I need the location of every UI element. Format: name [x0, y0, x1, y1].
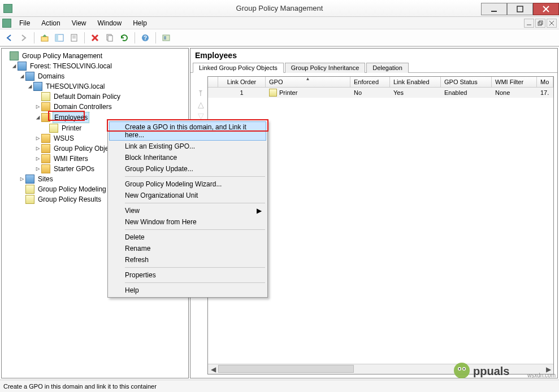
svg-point-26: [459, 368, 461, 370]
mdi-close-button[interactable]: [547, 19, 557, 28]
title-bar: Group Policy Management: [0, 0, 559, 17]
col-wmi[interactable]: WMI Filter: [492, 77, 537, 87]
svg-rect-11: [55, 34, 58, 41]
tree-printer-label: Printer: [60, 123, 83, 133]
window-title: Group Policy Management: [0, 4, 559, 12]
svg-rect-22: [164, 36, 166, 40]
col-enforced[interactable]: Enforced: [350, 77, 390, 87]
ctx-delete[interactable]: Delete: [109, 232, 266, 243]
tree-modeling-label: Group Policy Modeling: [37, 184, 107, 194]
move-up-button[interactable]: △: [195, 99, 206, 110]
menu-window[interactable]: Window: [92, 18, 128, 28]
tree-default-policy[interactable]: Default Domain Policy: [3, 92, 187, 102]
gpo-link-icon: [269, 89, 277, 97]
submenu-arrow-icon: ▶: [257, 207, 262, 215]
tree-starter-label: Starter GPOs: [53, 164, 96, 174]
tree-default-policy-label: Default Domain Policy: [53, 92, 122, 102]
cell-gpo-status: Enabled: [441, 88, 492, 98]
tab-linked-gpo[interactable]: Linked Group Policy Objects: [193, 63, 284, 73]
col-gpo[interactable]: GPO▲: [266, 77, 350, 87]
status-text: Create a GPO in this domain and link it …: [3, 383, 157, 390]
mdi-minimize-button[interactable]: [524, 19, 534, 28]
tab-delegation[interactable]: Delegation: [366, 63, 409, 73]
menu-action[interactable]: Action: [36, 18, 66, 28]
svg-rect-6: [539, 21, 543, 24]
svg-text:ppuals: ppuals: [473, 365, 509, 377]
ctx-block-inheritance[interactable]: Block Inheritance: [109, 152, 266, 163]
scroll-left-button[interactable]: ◀: [208, 364, 218, 374]
svg-rect-5: [538, 22, 541, 25]
tree-domain[interactable]: ◢THESOLVING.local: [3, 81, 187, 92]
tree-results-label: Group Policy Results: [37, 194, 102, 204]
ctx-view-label: View: [125, 207, 140, 215]
ctx-refresh[interactable]: Refresh: [109, 254, 266, 265]
col-link-order[interactable]: Link Order: [218, 77, 266, 87]
tree-forest[interactable]: ◢Forest: THESOLVING.local: [3, 61, 187, 71]
tree-employees-label: Employees: [53, 112, 89, 123]
copy-button[interactable]: [103, 31, 116, 45]
up-button[interactable]: [38, 31, 51, 45]
ctx-new-ou[interactable]: New Organizational Unit: [109, 190, 266, 201]
tree-wmi-label: WMI Filters: [53, 154, 89, 164]
delete-button[interactable]: [88, 31, 102, 45]
mdi-restore-button[interactable]: [535, 19, 545, 28]
mmc-icon: [2, 19, 11, 28]
tree-root-label: Group Policy Management: [21, 51, 103, 61]
cell-wmi: None: [492, 88, 537, 98]
tab-strip: Linked Group Policy Objects Group Policy…: [190, 62, 557, 73]
ctx-view[interactable]: View▶: [109, 205, 266, 216]
cell-modified: 17.: [537, 88, 553, 98]
cell-link-enabled: Yes: [390, 88, 441, 98]
back-button[interactable]: [2, 31, 16, 45]
menu-view[interactable]: View: [66, 18, 92, 28]
tab-inheritance[interactable]: Group Policy Inheritance: [285, 63, 365, 73]
help-button[interactable]: ?: [138, 31, 152, 45]
menu-bar: File Action View Window Help: [0, 17, 559, 29]
svg-point-27: [463, 368, 465, 370]
col-gpo-status[interactable]: GPO Status: [441, 77, 492, 87]
ctx-gp-update[interactable]: Group Policy Update...: [109, 163, 266, 175]
menu-file[interactable]: File: [14, 18, 36, 28]
forward-button[interactable]: [17, 31, 31, 45]
tree-forest-label: Forest: THESOLVING.local: [29, 61, 113, 71]
ctx-help[interactable]: Help: [109, 285, 266, 296]
wizard-button[interactable]: [159, 31, 173, 45]
col-gpo-label: GPO: [269, 79, 283, 85]
menu-help[interactable]: Help: [127, 18, 153, 28]
svg-rect-9: [41, 37, 48, 41]
ctx-create-gpo[interactable]: Create a GPO in this domain, and Link it…: [109, 121, 266, 141]
context-menu: Create a GPO in this domain, and Link it…: [107, 120, 268, 298]
scroll-thumb[interactable]: [218, 365, 354, 373]
cell-enforced: No: [350, 88, 390, 98]
watermark-text: wsxdn.com: [527, 372, 556, 378]
move-top-button[interactable]: ⤒: [195, 88, 206, 99]
svg-text:?: ?: [144, 35, 147, 41]
ctx-new-window[interactable]: New Window from Here: [109, 216, 266, 228]
tree-wsus-label: WSUS: [53, 133, 75, 143]
ctx-properties[interactable]: Properties: [109, 269, 266, 281]
detail-header: Employees: [190, 49, 557, 62]
properties-button[interactable]: [67, 31, 81, 45]
ctx-link-existing[interactable]: Link an Existing GPO...: [109, 141, 266, 152]
tree-root[interactable]: Group Policy Management: [3, 51, 187, 61]
refresh-button[interactable]: [118, 31, 131, 45]
cell-gpo: Printer: [279, 89, 297, 96]
tree-sites-label: Sites: [37, 174, 54, 184]
tree-dc-label: Domain Controllers: [53, 102, 113, 112]
tree-domain-label: THESOLVING.local: [45, 81, 106, 92]
col-modified[interactable]: Mo: [537, 77, 553, 87]
ctx-modeling-wizard[interactable]: Group Policy Modeling Wizard...: [109, 178, 266, 190]
show-hide-tree-button[interactable]: [53, 31, 66, 45]
cell-order: 1: [218, 88, 266, 98]
svg-rect-18: [108, 36, 112, 41]
toolbar: ?: [0, 29, 559, 46]
svg-point-23: [454, 363, 470, 378]
tree-domain-controllers[interactable]: ▷Domain Controllers: [3, 102, 187, 112]
col-link-enabled[interactable]: Link Enabled: [390, 77, 441, 87]
tree-domains-label: Domains: [37, 71, 66, 81]
table-row[interactable]: 1 Printer No Yes Enabled None 17.: [208, 88, 553, 98]
appuals-logo: ppuals: [452, 359, 525, 382]
ctx-rename[interactable]: Rename: [109, 243, 266, 254]
tree-domains[interactable]: ◢Domains: [3, 71, 187, 81]
